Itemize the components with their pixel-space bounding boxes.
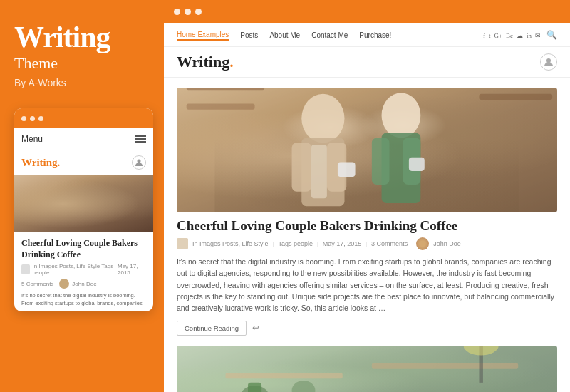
mobile-article-meta-2: 5 Comments John Doe (21, 279, 146, 289)
theme-subtitle: Theme (14, 54, 150, 73)
mobile-top-bar (14, 108, 153, 128)
mobile-menu-label: Menu (21, 134, 43, 144)
social-rss-icon[interactable]: ✉ (535, 32, 541, 39)
svg-rect-12 (338, 163, 356, 177)
article-meta-image-thumb (177, 238, 188, 249)
mobile-article-image-inner (14, 175, 153, 232)
mobile-article-excerpt: It's no secret that the digital industry… (21, 292, 146, 307)
svg-rect-21 (225, 373, 342, 378)
hamburger-line-3 (135, 141, 146, 143)
nav-link-home[interactable]: Home Examples (177, 31, 229, 41)
mobile-author-name: John Doe (72, 281, 96, 287)
theme-author: By A-Works (14, 77, 150, 88)
svg-rect-22 (372, 363, 518, 369)
article-tags-label: Tags people (278, 240, 313, 247)
svg-rect-16 (479, 94, 552, 100)
social-twitter-icon[interactable]: t (489, 32, 491, 39)
mobile-meta-date: May 17, 2015 (118, 263, 146, 276)
mobile-dot-2 (30, 116, 35, 121)
site-logo: Writing. (177, 53, 234, 71)
mobile-nav: Menu (14, 128, 153, 150)
article-author: John Doe (433, 240, 461, 247)
svg-rect-14 (187, 88, 265, 90)
theme-title: Writing (14, 21, 150, 53)
article-comments: 3 Comments (371, 240, 408, 247)
article-category: In Images Posts, Life Style (192, 240, 269, 247)
article-meta-row: In Images Posts, Life Style | Tags peopl… (177, 237, 557, 250)
social-googleplus-icon[interactable]: G+ (494, 32, 502, 39)
svg-point-3 (301, 94, 344, 143)
article-footer: Continue Reading ↩ (177, 321, 557, 336)
site-main: Cheerful Loving Couple Bakers Drinking C… (164, 78, 570, 392)
article-date: May 17, 2015 (323, 240, 362, 247)
social-icons: f t G+ Be ☁ in ✉ (483, 32, 541, 39)
nav-link-purchase[interactable]: Purchase! (359, 31, 391, 39)
article-title: Cheerful Loving Couple Bakers Drinking C… (177, 218, 557, 234)
hamburger-icon[interactable] (135, 135, 146, 143)
left-panel: Writing Theme By A-Works Menu Writing. (0, 0, 164, 392)
browser-content: Home Examples Posts About Me Contact Me … (164, 23, 570, 392)
mobile-dot-3 (38, 116, 43, 121)
svg-rect-10 (372, 138, 390, 185)
article-image (177, 88, 557, 212)
svg-rect-7 (311, 145, 327, 198)
mobile-article-body: Cheerful Loving Couple Bakers Drinking C… (14, 232, 153, 311)
mobile-author-avatar (59, 279, 69, 289)
svg-rect-13 (409, 158, 425, 171)
social-linkedin-icon[interactable]: in (527, 32, 532, 39)
social-facebook-icon[interactable]: f (483, 32, 485, 39)
article-card: Cheerful Loving Couple Bakers Drinking C… (177, 88, 557, 336)
svg-rect-19 (248, 383, 261, 392)
hamburger-line-1 (135, 135, 146, 137)
continue-reading-button[interactable]: Continue Reading (177, 321, 247, 336)
mobile-comments-label: 5 Comments (21, 281, 53, 287)
social-behance-icon[interactable]: Be (506, 32, 513, 39)
svg-rect-5 (292, 143, 311, 191)
author-avatar (416, 237, 429, 250)
svg-point-0 (138, 160, 141, 163)
user-icon[interactable] (540, 53, 557, 71)
browser-dot-2 (185, 9, 191, 15)
second-article-image (177, 346, 557, 392)
svg-rect-15 (187, 103, 255, 109)
browser-dot-1 (174, 9, 180, 15)
svg-point-8 (382, 93, 421, 138)
site-nav-links: Home Examples Posts About Me Contact Me … (177, 31, 391, 41)
mobile-meta-text: In Images Posts, Life Style Tags people (33, 263, 115, 276)
site-logo-bar: Writing. (164, 47, 570, 78)
mobile-avatar-icon[interactable] (132, 155, 146, 170)
browser-chrome (164, 0, 570, 23)
nav-link-posts[interactable]: Posts (240, 31, 258, 39)
right-panel: Home Examples Posts About Me Contact Me … (164, 0, 570, 392)
mobile-logo-bar: Writing. (14, 150, 153, 175)
social-cloud-icon[interactable]: ☁ (517, 32, 523, 39)
mobile-article-title: Cheerful Loving Couple Bakers Drinking C… (21, 238, 146, 260)
mobile-dot-1 (21, 116, 26, 121)
mobile-preview: Menu Writing. Cheerful Loving Couple Bak… (14, 108, 153, 311)
mobile-logo: Writing. (21, 157, 60, 169)
nav-link-contact[interactable]: Contact Me (311, 31, 348, 39)
share-icon[interactable]: ↩ (252, 323, 259, 334)
mobile-article-image (14, 175, 153, 232)
article-excerpt: It's no secret that the digital industry… (177, 256, 557, 314)
search-icon[interactable]: 🔍 (546, 30, 557, 41)
site-nav: Home Examples Posts About Me Contact Me … (164, 23, 570, 47)
hamburger-line-2 (135, 138, 146, 140)
mobile-meta-icon (21, 264, 30, 274)
nav-link-about[interactable]: About Me (269, 31, 300, 39)
mobile-article-meta: In Images Posts, Life Style Tags people … (21, 263, 146, 276)
browser-dot-3 (195, 9, 202, 15)
